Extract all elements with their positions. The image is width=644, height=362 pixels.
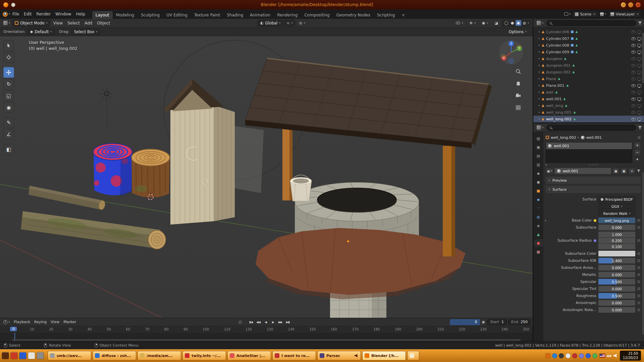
fake-user-button[interactable]: ▣ xyxy=(612,168,619,174)
material-name-field[interactable]: well.001 xyxy=(555,168,611,174)
menubar-menu[interactable]: Edit xyxy=(21,9,34,19)
surface-shader-dropdown[interactable]: Principled BSDF xyxy=(598,196,635,202)
menubar-menu[interactable]: Render xyxy=(34,9,53,19)
expand-icon[interactable]: ▸ xyxy=(539,98,540,100)
workspace-tab[interactable]: Layout xyxy=(92,11,113,19)
anisotropic-slider[interactable]: 0.000 xyxy=(598,300,635,306)
cloth-plane[interactable] xyxy=(232,126,264,193)
decorator[interactable] xyxy=(637,266,641,269)
decorator[interactable] xyxy=(637,301,641,304)
workspace-tab[interactable]: Texture Paint xyxy=(191,11,223,19)
minimize-button[interactable]: − xyxy=(621,2,626,7)
pin-icon[interactable]: ⊙ xyxy=(638,135,641,140)
auto-keying-button[interactable]: ○ xyxy=(237,319,244,325)
clock[interactable]: 21:50 12/20/23 xyxy=(620,351,641,361)
expand-icon[interactable]: ▸ xyxy=(539,71,540,73)
expand-icon[interactable]: ▸ xyxy=(539,37,540,40)
keyboard-layout-indicator[interactable]: us xyxy=(599,354,611,358)
new-material-button[interactable]: ▣ xyxy=(621,168,627,174)
decorator[interactable] xyxy=(637,308,641,311)
tool-rotate[interactable]: ↻ xyxy=(3,79,14,89)
expand-icon[interactable]: ▸ xyxy=(539,77,540,80)
taskbar-window-button[interactable]: AnalieStar |... xyxy=(227,351,271,360)
texture-link-icon[interactable] xyxy=(594,219,596,222)
outliner-item[interactable]: ▸ well_long.001 xyxy=(533,109,644,116)
disable-in-render-icon[interactable] xyxy=(637,118,641,121)
timeline-editor-icon[interactable]: ▾ xyxy=(2,320,11,324)
hide-in-viewport-icon[interactable] xyxy=(631,44,636,47)
drag-action-dropdown[interactable]: Select Box▾ xyxy=(71,28,100,35)
properties-tab[interactable]: ▤ xyxy=(534,152,543,160)
tool-select-box[interactable] xyxy=(3,40,14,51)
viewlayer-mini-icon[interactable]: ▾ xyxy=(600,12,606,16)
close-button[interactable]: × xyxy=(636,2,641,7)
shading-rendered-button[interactable]: ◍ xyxy=(522,20,527,26)
vector-link-icon[interactable] xyxy=(594,239,596,242)
properties-tab[interactable]: ◈ xyxy=(534,222,543,229)
outliner-item[interactable]: ▸ well_long xyxy=(533,102,644,109)
taskbar-launcher[interactable] xyxy=(37,352,44,359)
material-slots-list[interactable]: well.001 xyxy=(546,142,632,163)
outliner-item[interactable]: ▸ well xyxy=(533,89,644,96)
add-material-slot-button[interactable]: + xyxy=(634,142,641,148)
subsurface-color-swatch[interactable] xyxy=(598,251,635,256)
breadcrumb-material[interactable]: well.001 xyxy=(586,135,602,140)
properties-tab[interactable]: ∵ xyxy=(534,204,543,212)
taskbar-window-button[interactable]: /media/am... xyxy=(138,351,181,360)
camera-view-icon[interactable] xyxy=(515,93,521,100)
disable-in-render-icon[interactable] xyxy=(637,31,641,34)
transform-orientation-dropdown[interactable]: ◐Global▾ xyxy=(258,20,283,26)
tool-move[interactable] xyxy=(3,67,14,78)
expand-icon[interactable]: ▸ xyxy=(539,84,540,87)
properties-tab[interactable]: ▧ xyxy=(534,135,543,142)
viewport-menu[interactable]: Add xyxy=(82,19,95,27)
viewport-menu[interactable]: Object xyxy=(95,19,112,27)
stump[interactable] xyxy=(131,149,170,198)
hide-in-viewport-icon[interactable] xyxy=(631,31,636,34)
distribution-dropdown[interactable]: GGX▾ xyxy=(598,203,635,209)
browse-material-button[interactable]: ◉▾ xyxy=(546,168,553,174)
previous-keyframe-button[interactable]: ◀◀ xyxy=(255,319,262,325)
expand-icon[interactable]: ▸ xyxy=(539,111,540,114)
tray-icon[interactable] xyxy=(586,353,591,358)
taskbar-window-button[interactable]: twily.info ~/... xyxy=(182,351,226,360)
tray-icon[interactable] xyxy=(552,353,557,358)
tool-scale[interactable]: ◱ xyxy=(3,90,14,101)
subsurface-method-dropdown[interactable]: Random Walk▾ xyxy=(598,210,635,216)
hide-in-viewport-icon[interactable] xyxy=(631,118,636,121)
viewlayer-selector[interactable]: ViewLayer × xyxy=(608,11,641,17)
navigation-gizmo[interactable]: Z Y X xyxy=(498,40,524,66)
mode-dropdown[interactable]: Object Mode▾ xyxy=(12,20,50,26)
disable-in-render-icon[interactable] xyxy=(637,37,641,40)
specular-slider[interactable]: 0.500 xyxy=(598,279,635,285)
snapping-toggle[interactable]: ∪▾ xyxy=(284,20,295,26)
decorator[interactable] xyxy=(637,226,641,229)
tray-icon[interactable] xyxy=(545,353,550,358)
timeline-menu[interactable]: Keying xyxy=(32,318,49,326)
metallic-slider[interactable]: 0.000 xyxy=(598,272,635,278)
hide-in-viewport-icon[interactable] xyxy=(631,57,636,60)
taskbar-window-button[interactable] xyxy=(407,351,419,360)
hide-in-viewport-icon[interactable] xyxy=(631,84,636,87)
zoom-icon[interactable] xyxy=(515,68,521,75)
subsurface-radius-x-field[interactable]: 1.000 xyxy=(598,232,635,237)
properties-tab[interactable]: ● xyxy=(534,239,543,247)
expand-icon[interactable]: ▸ xyxy=(539,104,540,107)
hide-in-viewport-icon[interactable] xyxy=(631,104,636,107)
properties-tab[interactable]: ◆ xyxy=(534,196,543,203)
volume-icon[interactable] xyxy=(613,354,618,358)
viewport-canvas[interactable]: User Perspective (0) well | well_long.00… xyxy=(0,36,533,318)
disable-in-render-icon[interactable] xyxy=(637,64,641,67)
current-frame-field[interactable]: 0 xyxy=(450,319,480,325)
tool-measure[interactable]: ∠ xyxy=(3,129,14,140)
anisotropic-rotation-slider[interactable]: 0.000 xyxy=(598,307,635,313)
outliner-item[interactable]: ▸ Cylinder.007 xyxy=(533,35,644,42)
outliner-filter-icon[interactable] xyxy=(638,21,642,25)
workspace-tab[interactable]: Geometry Nodes xyxy=(333,11,374,19)
decorator[interactable] xyxy=(637,259,641,262)
disable-in-render-icon[interactable] xyxy=(637,104,641,107)
decorator[interactable] xyxy=(637,273,641,276)
viewport-menu[interactable]: View xyxy=(51,19,65,27)
outliner-item[interactable]: ▸ Cylinder.008 xyxy=(533,42,644,49)
subsurface-anisotropy-slider[interactable]: 0.000 xyxy=(598,265,635,270)
